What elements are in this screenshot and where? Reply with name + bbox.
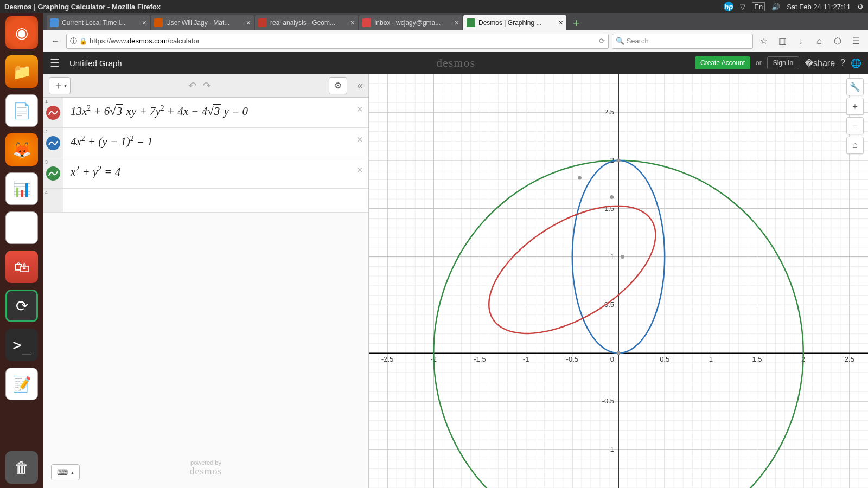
back-button[interactable]: ←: [48, 34, 63, 49]
svg-text:2.5: 2.5: [845, 355, 854, 363]
create-account-button[interactable]: Create Account: [695, 56, 750, 69]
browser-tab[interactable]: Desmos | Graphing ...×: [463, 15, 566, 30]
favicon: [154, 18, 163, 27]
gear-icon[interactable]: ⚙: [857, 3, 864, 11]
zoom-out-button[interactable]: －: [846, 117, 864, 134]
desmos-header: ☰ Untitled Graph desmos Create Account o…: [43, 52, 868, 74]
curve-color-icon[interactable]: [46, 106, 60, 120]
home-icon[interactable]: ⌂: [812, 34, 827, 49]
expression-formula[interactable]: 4x2 + (y − 1)2 = 1: [63, 128, 368, 158]
keyboard-button[interactable]: ⌨ ▴: [51, 464, 80, 480]
terminal-icon[interactable]: >_: [5, 329, 38, 361]
system-tray: hp ▽ En 🔊 Sat Feb 24 11:27:11 ⚙: [724, 2, 864, 11]
expression-row[interactable]: 24x2 + (y − 1)2 = 1×: [43, 128, 368, 158]
library-icon[interactable]: ▥: [775, 34, 790, 49]
delete-expression-icon[interactable]: ×: [356, 133, 363, 146]
expression-list: 113x2 + 6√3 xy + 7y2 + 4x − 4√3 y = 0×24…: [43, 98, 368, 213]
ubuntu-launcher: ◉ 📁 📄 🦊 📊 📽 🛍 ⟳ >_ 📝 🗑: [0, 13, 43, 488]
wrench-icon[interactable]: 🔧: [846, 78, 864, 95]
close-tab-icon[interactable]: ×: [559, 18, 563, 27]
expression-formula[interactable]: 13x2 + 6√3 xy + 7y2 + 4x − 4√3 y = 0: [63, 98, 368, 127]
svg-text:-2.5: -2.5: [381, 355, 393, 363]
navbar: ← ⓘ 🔒 https://www.desmos.com/calculator …: [43, 30, 868, 52]
zoom-home-button[interactable]: ⌂: [846, 137, 864, 154]
volume-icon[interactable]: 🔊: [771, 3, 780, 11]
firefox-icon[interactable]: 🦊: [5, 133, 38, 166]
graph-tools: 🔧 ＋ － ⌂: [846, 78, 864, 154]
calc-icon[interactable]: 📊: [5, 172, 38, 205]
favicon: [362, 18, 371, 27]
software-icon[interactable]: 🛍: [5, 251, 38, 283]
row-number: 4: [45, 190, 48, 195]
close-tab-icon[interactable]: ×: [455, 18, 459, 27]
close-tab-icon[interactable]: ×: [246, 18, 251, 27]
writer-icon[interactable]: 📄: [5, 94, 38, 127]
expression-formula[interactable]: x2 + y2 = 4: [63, 158, 368, 188]
powered-by-logo: desmos: [190, 466, 222, 477]
collapse-panel-button[interactable]: «: [357, 79, 363, 92]
url-bar[interactable]: ⓘ 🔒 https://www.desmos.com/calculator ⟳: [66, 34, 609, 49]
close-tab-icon[interactable]: ×: [350, 18, 355, 27]
close-tab-icon[interactable]: ×: [142, 18, 146, 27]
impress-icon[interactable]: 📽: [5, 211, 38, 244]
expression-settings-button[interactable]: ⚙: [329, 77, 347, 94]
browser-tab[interactable]: Current Local Time i...×: [47, 15, 150, 30]
undo-button[interactable]: ↶: [186, 80, 199, 91]
svg-text:-1: -1: [608, 445, 614, 453]
wifi-icon[interactable]: ▽: [740, 3, 745, 11]
updater-icon[interactable]: ⟳: [5, 290, 38, 322]
browser-tab[interactable]: real analysis - Geom...×: [255, 15, 358, 30]
trash-icon[interactable]: 🗑: [5, 451, 38, 484]
graph-title[interactable]: Untitled Graph: [69, 59, 122, 68]
dash-icon[interactable]: ◉: [5, 16, 38, 49]
files-icon[interactable]: 📁: [5, 55, 38, 88]
desmos-body: ＋▾ ↶ ↷ ⚙ « 113x2 + 6√3 xy + 7y2 + 4x − 4…: [43, 74, 868, 488]
signin-button[interactable]: Sign In: [767, 56, 799, 69]
svg-text:-0.5: -0.5: [602, 397, 614, 405]
svg-point-138: [621, 255, 624, 259]
expression-row[interactable]: 113x2 + 6√3 xy + 7y2 + 4x − 4√3 y = 0×: [43, 98, 368, 128]
svg-text:2.5: 2.5: [604, 108, 614, 116]
delete-expression-icon[interactable]: ×: [356, 164, 363, 176]
keyboard-lang[interactable]: En: [752, 2, 765, 11]
new-tab-button[interactable]: +: [567, 16, 585, 30]
curve-color-icon[interactable]: [46, 136, 60, 150]
add-expression-button[interactable]: ＋▾: [49, 77, 71, 94]
expression-toolbar: ＋▾ ↶ ↷ ⚙ «: [43, 74, 368, 98]
expression-row[interactable]: 3x2 + y2 = 4×: [43, 158, 368, 189]
ubuntu-top-bar: Desmos | Graphing Calculator - Mozilla F…: [0, 0, 868, 13]
url-domain: desmos.com: [127, 37, 168, 45]
row-gutter: 3: [43, 158, 63, 188]
svg-point-136: [617, 351, 621, 355]
expression-row[interactable]: 4: [43, 189, 368, 213]
graph-pane[interactable]: -2.5-2-1.5-1-0.50.511.522.5-1-0.50.511.5…: [369, 74, 868, 488]
delete-expression-icon[interactable]: ×: [356, 103, 363, 115]
globe-icon[interactable]: 🌐: [851, 58, 861, 68]
row-number: 2: [45, 129, 48, 134]
share-icon[interactable]: �share: [805, 58, 835, 68]
pocket-icon[interactable]: ⬡: [830, 34, 845, 49]
gedit-icon[interactable]: 📝: [5, 368, 38, 400]
info-icon[interactable]: ⓘ: [70, 36, 77, 46]
expression-panel: ＋▾ ↶ ↷ ⚙ « 113x2 + 6√3 xy + 7y2 + 4x − 4…: [43, 74, 369, 488]
svg-text:-0.5: -0.5: [566, 355, 578, 363]
hamburger-icon[interactable]: ☰: [50, 56, 63, 69]
bookmark-star-icon[interactable]: ☆: [756, 34, 771, 49]
search-placeholder: Search: [627, 37, 649, 45]
redo-button[interactable]: ↷: [201, 80, 213, 91]
graph-canvas[interactable]: -2.5-2-1.5-1-0.50.511.522.5-1-0.50.511.5…: [369, 74, 868, 488]
browser-tab[interactable]: Inbox - wcjagy@gma...×: [359, 15, 462, 30]
reload-icon[interactable]: ⟳: [599, 37, 605, 45]
menu-icon[interactable]: ☰: [848, 34, 864, 49]
browser-tab[interactable]: User Will Jagy - Mat...×: [151, 15, 254, 30]
help-icon[interactable]: ?: [840, 58, 845, 68]
expression-formula[interactable]: [63, 189, 368, 212]
downloads-icon[interactable]: ↓: [793, 34, 808, 49]
curve-color-icon[interactable]: [46, 166, 60, 181]
search-icon: 🔍: [616, 37, 624, 45]
clock[interactable]: Sat Feb 24 11:27:11: [787, 3, 851, 11]
favicon: [467, 18, 475, 27]
search-bar[interactable]: 🔍 Search: [612, 34, 753, 49]
zoom-in-button[interactable]: ＋: [846, 98, 864, 115]
row-gutter: 4: [43, 189, 63, 212]
